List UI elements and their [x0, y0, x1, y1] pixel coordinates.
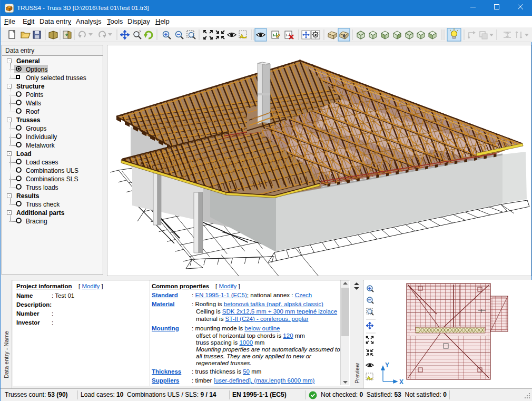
svg-text:?: ? [139, 30, 141, 34]
svg-text:X: X [399, 378, 403, 386]
svg-text:Y: Y [385, 361, 389, 369]
